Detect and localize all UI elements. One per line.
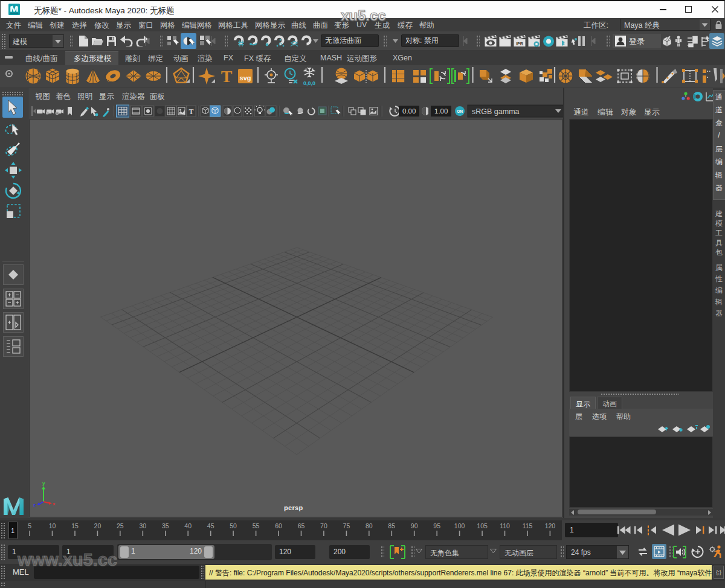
svg-text:T: T (188, 107, 193, 116)
svg-text:55: 55 (253, 522, 260, 529)
svg-text:0.00: 0.00 (402, 107, 416, 115)
svg-text:70: 70 (320, 522, 327, 529)
svg-text:35: 35 (162, 522, 169, 529)
svg-text:85: 85 (388, 522, 395, 529)
svg-text:100: 100 (454, 522, 465, 529)
svg-text:110: 110 (500, 522, 510, 529)
svg-text:120: 120 (545, 522, 556, 529)
svg-text:105: 105 (477, 522, 488, 529)
svg-text:80: 80 (366, 522, 373, 529)
svg-text:115: 115 (523, 522, 533, 529)
svg-text:45: 45 (207, 522, 214, 529)
svg-text:20: 20 (94, 522, 102, 529)
svg-text:0,0,0: 0,0,0 (303, 80, 315, 86)
svg-text:10: 10 (49, 522, 56, 529)
svg-text:z: z (33, 502, 36, 508)
svg-text:60: 60 (275, 522, 282, 529)
svg-text:svg: svg (240, 74, 251, 81)
svg-text:40: 40 (184, 522, 192, 529)
svg-text:30: 30 (139, 522, 146, 529)
svg-text:1.00: 1.00 (434, 107, 448, 115)
svg-text:5: 5 (28, 522, 31, 529)
svg-text:T: T (221, 67, 233, 86)
svg-text:x: x (53, 501, 56, 507)
svg-text:50: 50 (230, 522, 237, 529)
svg-text:sRGB gamma: sRGB gamma (472, 107, 520, 116)
svg-text:15: 15 (71, 522, 79, 529)
svg-text:65: 65 (298, 522, 305, 529)
svg-text:95: 95 (433, 522, 440, 529)
svg-text:90: 90 (411, 522, 418, 529)
svg-text:25: 25 (117, 522, 124, 529)
svg-text:ON: ON (457, 109, 463, 113)
svg-text:y: y (42, 481, 45, 486)
svg-text:75: 75 (343, 522, 350, 529)
